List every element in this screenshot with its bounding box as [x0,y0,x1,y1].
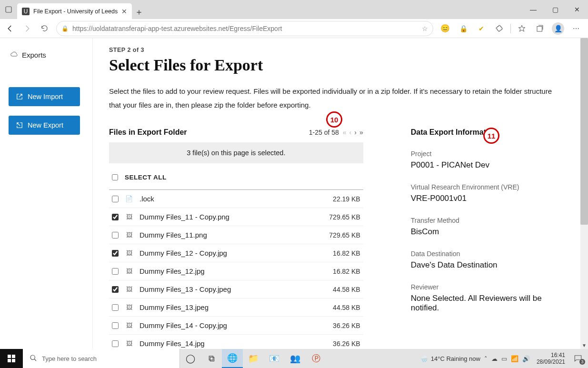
table-row: 🖼Dummy Files_14 - Copy.jpg36.26 KB [109,317,363,335]
ext-checkmark-icon[interactable]: ✔ [473,20,489,37]
profile-avatar[interactable]: 👤 [550,20,566,37]
file-checkbox[interactable] [112,196,119,202]
pager-next-icon[interactable]: › [354,129,357,136]
favorites-icon[interactable] [514,20,530,37]
image-file-icon: 🖼 [125,286,133,293]
files-panel-title: Files in Export Folder [109,128,187,137]
file-size: 16.82 KB [322,249,360,257]
file-name: .lock [140,195,316,203]
pager: 1-25 of 58 « ‹ › » [309,129,363,136]
search-icon [30,354,37,363]
table-row: 🖼Dummy Files_11.png729.65 KB [109,226,363,244]
outlook-icon[interactable]: 📧 [264,349,285,368]
file-size: 729.65 KB [322,213,360,221]
annotation-11: 11 [483,128,499,144]
file-checkbox[interactable] [112,250,119,257]
browser-tab[interactable]: U File Export - University of Leeds ✕ [17,3,132,20]
ext-norton-icon[interactable]: 😑 [437,20,453,37]
file-checkbox[interactable] [112,304,119,311]
files-panel: Files in Export Folder 1-25 of 58 « ‹ › … [109,128,363,349]
reviewer-label: Reviewer [411,283,561,291]
page-title: Select Files for Export [109,56,561,74]
collections-icon[interactable] [532,20,548,37]
file-size: 22.19 KB [322,195,360,203]
weather-widget[interactable]: 🌧️ 14°C Raining now [420,355,480,362]
new-export-button[interactable]: New Export [9,116,80,135]
tab-actions-icon[interactable] [2,3,15,16]
titlebar: U File Export - University of Leeds ✕ ＋ … [0,0,588,19]
sound-icon[interactable]: 🔊 [522,355,530,362]
file-icon: 📄 [125,195,133,202]
pager-prev-icon[interactable]: ‹ [349,129,352,136]
project-value: P0001 - PICANet Dev [411,160,561,170]
clock[interactable]: 16:41 28/09/2021 [537,352,565,366]
file-checkbox[interactable] [112,286,119,293]
file-name: Dummy Files_12.jpg [140,267,316,275]
date-text: 28/09/2021 [537,358,565,365]
image-file-icon: 🖼 [125,231,133,239]
file-checkbox[interactable] [112,268,119,275]
chevron-up-icon[interactable]: ˄ [484,355,488,362]
explorer-icon[interactable]: 📁 [243,349,264,368]
tab-close-icon[interactable]: ✕ [121,8,127,15]
sidebar: Exports New Import New Export [0,38,93,349]
reviewer-value: None Selected. All Reviewers will be not… [411,294,561,313]
maximize-button[interactable]: ▢ [544,0,566,19]
image-file-icon: 🖼 [125,340,133,347]
more-button[interactable]: ⋯ [568,20,584,37]
select-all-checkbox[interactable] [112,174,118,180]
forward-button[interactable] [19,20,35,37]
tab-title: File Export - University of Leeds [33,8,118,15]
select-all-row[interactable]: SELECT ALL [109,165,363,190]
table-row: 🖼Dummy Files_11 - Copy.png729.65 KB [109,208,363,226]
wifi-icon[interactable]: 📶 [511,355,518,362]
address-bar[interactable]: 🔒 https://uoldatatransferapi-app-test.az… [56,21,433,36]
scroll-thumb[interactable] [580,38,588,225]
teams-icon[interactable]: 👥 [285,349,306,368]
main-content: STEP 2 of 3 Select Files for Export Sele… [93,38,580,349]
weather-text: 14°C Raining now [431,355,480,362]
extensions-icon[interactable] [491,20,508,37]
new-tab-button[interactable]: ＋ [132,5,146,19]
task-view-icon[interactable]: ⧉ [201,349,222,368]
taskbar-search[interactable]: Type here to search [23,349,180,368]
favorites-star-icon[interactable]: ☆ [422,25,428,32]
file-checkbox[interactable] [112,232,119,239]
svg-point-6 [30,355,35,359]
start-button[interactable] [0,349,23,368]
cortana-icon[interactable]: ◯ [180,349,201,368]
weather-icon: 🌧️ [420,355,428,362]
method-value: BisCom [411,227,561,237]
powerpoint-icon[interactable]: Ⓟ [306,349,327,368]
cloud-sync-icon[interactable]: ☁ [491,355,498,362]
edge-icon[interactable]: 🌐 [222,349,243,368]
close-window-button[interactable]: ✕ [566,0,588,19]
select-all-label: SELECT ALL [125,174,167,181]
file-size: 729.65 KB [322,231,360,239]
new-import-button[interactable]: New Import [9,87,80,106]
table-row: 🖼Dummy Files_12.jpg16.82 KB [109,262,363,280]
notifications-icon[interactable]: 3 [572,354,584,364]
file-name: Dummy Files_14.jpg [140,339,316,348]
file-name: Dummy Files_11 - Copy.png [140,213,316,221]
url-text: https://uoldatatransferapi-app-test.azur… [72,25,418,32]
file-checkbox[interactable] [112,322,119,329]
lock-icon: 🔒 [61,25,69,32]
scrollbar[interactable]: ▲ ▼ [580,38,588,349]
pager-last-icon[interactable]: » [359,129,363,136]
ext-green-lock-icon[interactable]: 🔒 [455,20,471,37]
info-panel: Data Export Information Project P0001 - … [411,128,561,349]
sidebar-item-exports[interactable]: Exports [9,48,84,62]
file-size: 36.26 KB [322,340,360,348]
pager-first-icon[interactable]: « [343,129,347,136]
svg-rect-1 [537,26,542,31]
battery-icon[interactable]: ▭ [501,355,507,362]
method-label: Transfer Method [411,217,561,224]
back-button[interactable] [2,20,18,37]
minimize-button[interactable]: ― [522,0,544,19]
table-row: 🖼Dummy Files_14.jpg36.26 KB [109,335,363,349]
refresh-button[interactable] [36,20,52,37]
scroll-down-icon[interactable]: ▼ [580,341,588,349]
file-checkbox[interactable] [112,340,119,347]
file-checkbox[interactable] [112,214,119,220]
